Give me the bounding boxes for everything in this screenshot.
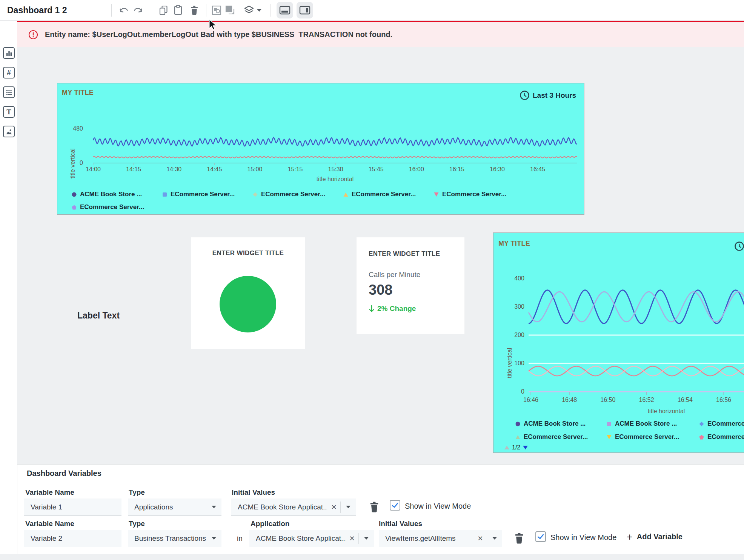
clear-value-icon[interactable]: ✕ [474,534,487,543]
show-in-view-mode-checkbox[interactable] [535,531,546,542]
legend-item[interactable]: ECommerce Server... [699,420,744,428]
widget-title: ENTER WIDGET TITLE [191,249,305,257]
time-range[interactable] [734,241,744,251]
legend-item[interactable]: ECommerce Server... [343,191,416,198]
legend-item[interactable]: ECommerce Server... [253,191,325,198]
y-tick-label: 200 [514,332,524,338]
delete-variable-icon[interactable] [513,532,525,546]
clear-value-icon[interactable]: ✕ [346,534,358,543]
legend-label: ECommerce Server... [80,203,144,211]
metric-widget[interactable]: ENTER WIDGET TITLE Calls per Minute 308 … [357,237,464,334]
text-widget-icon[interactable]: T [3,106,15,118]
legend-label: ECommerce Server... [615,433,679,441]
chevron-down-icon[interactable] [364,537,369,540]
chevron-down-icon[interactable] [346,506,350,508]
legend-item[interactable]: ACME Book Store ... [72,191,142,198]
chevron-down-icon[interactable] [212,506,216,508]
legend-marker-circle [515,422,520,426]
legend-marker-circle [72,192,77,197]
type-label: Type [129,520,145,528]
initial-values-label: Initial Values [232,488,275,497]
legend-item[interactable]: ECommerce Server... [434,191,506,198]
legend-label: ECommerce Server... [261,191,325,198]
initial-values-label: Initial Values [379,520,422,528]
type-label: Type [129,488,145,497]
legend-marker-diamond [699,422,704,426]
toggle-right-panel-button[interactable] [297,2,313,18]
x-tick-label: 14:15 [126,166,141,173]
error-message: Entity name: $UserLogOut.memberLogOut Ba… [45,30,392,39]
page-up-icon[interactable] [504,445,510,450]
timeseries-widget-large[interactable]: MY TITLE Last 3 Hours title vertical tit… [57,83,584,215]
y-tick-label: 400 [514,275,524,282]
list-widget-icon[interactable] [3,86,15,98]
legend-item[interactable]: ECommerce Server... [162,191,235,198]
legend-label: ACME Book Store ... [80,191,142,198]
type-select[interactable]: Applications [128,498,221,516]
toolbar: Dashboard 1 2 [0,0,744,21]
series-wave-lightpink [529,366,744,376]
legend-label: ECommerce Server... [352,191,416,198]
initial-values-combo[interactable]: ViewItems.getAllItems ✕ [379,530,502,547]
x-tick-label: 14:45 [207,166,222,173]
label-widget[interactable]: Label Text [77,311,120,321]
dashboard-canvas: MY TITLE Last 3 Hours title vertical tit… [17,47,744,464]
chevron-down-icon[interactable] [212,537,216,540]
undo-icon[interactable] [118,5,130,16]
legend-item[interactable]: ACME Book Store ... [515,420,586,428]
chevron-down-icon[interactable] [492,537,497,540]
legend-item[interactable]: ECommerce Server... [72,203,144,211]
application-combo[interactable]: ACME Book Store Applicat... ✕ [249,530,374,547]
clock-icon [734,241,744,251]
group-icon[interactable] [211,5,223,16]
clock-icon [520,90,530,100]
show-in-view-mode-label: Show in View Mode [405,502,471,511]
toggle-bottom-panel-button[interactable] [277,2,293,18]
show-in-view-mode-label: Show in View Mode [550,533,616,542]
time-range[interactable]: Last 3 Hours [520,90,576,100]
legend-item[interactable]: ACME Book Store ... [607,420,677,428]
delete-variable-icon[interactable] [369,501,380,515]
timeseries-widget-small[interactable]: MY TITLE title vertical title horizontal… [493,232,744,453]
page-down-icon[interactable] [523,445,528,450]
delete-icon[interactable] [188,5,200,16]
layers-icon[interactable] [243,5,255,16]
metric-change: 2% Change [369,305,416,313]
panel-separator [17,485,744,485]
x-tick-label: 16:46 [523,397,538,403]
chart-widget-icon[interactable] [3,47,15,59]
variable-name-input[interactable]: Variable 2 [24,530,121,547]
y-tick-label: 100 [514,360,524,367]
copy-icon[interactable] [158,5,170,16]
x-axis-title: title horizontal [317,176,354,183]
clear-value-icon[interactable]: ✕ [327,503,340,511]
legend-item[interactable]: ECommerce Server... [515,433,588,441]
legend-label: ECommerce Server... [707,433,744,441]
ungroup-icon[interactable] [224,5,236,16]
x-tick-label: 16:48 [562,397,577,403]
image-widget-icon[interactable] [3,126,15,137]
metric-label: Calls per Minute [369,271,420,279]
show-in-view-mode-checkbox[interactable] [390,500,400,511]
paste-icon[interactable] [172,5,184,16]
type-select[interactable]: Business Transactions [128,530,221,547]
widget-boundary-line [17,355,242,355]
x-tick-label: 16:52 [639,397,654,403]
add-variable-button[interactable]: + Add Variable [627,532,683,541]
redo-icon[interactable] [132,5,144,16]
legend-marker-pentagon [72,205,77,210]
legend-item[interactable]: ECommerce Server... [607,433,679,441]
toolbar-divider [271,4,271,17]
legend-item[interactable]: ECommerce Server... [699,433,744,441]
layers-caret-icon[interactable] [256,5,263,16]
series-calls-pink [93,156,577,158]
y-axis-title: title vertical [506,348,513,378]
check-icon [536,532,545,541]
numeric-widget-icon[interactable]: # [3,67,15,78]
variable-name-input[interactable]: Variable 1 [24,498,121,516]
legend-marker-triangle-up [515,435,520,440]
pie-widget[interactable]: ENTER WIDGET TITLE [191,237,305,349]
legend-marker-square [162,192,167,197]
series-calls-blue [93,137,577,146]
initial-values-combo[interactable]: ACME Book Store Applicat... ✕ [231,498,356,516]
